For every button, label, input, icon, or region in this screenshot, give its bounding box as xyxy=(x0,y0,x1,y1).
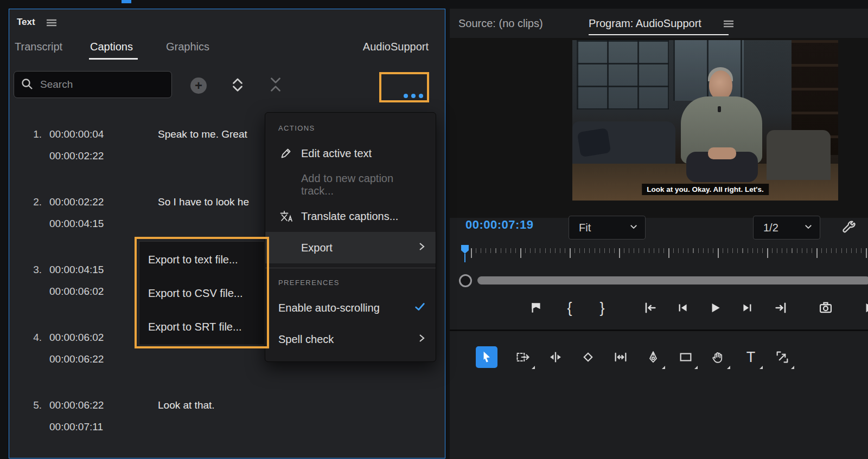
collapse-all-icon[interactable] xyxy=(266,75,285,94)
add-marker-icon[interactable] xyxy=(526,298,546,318)
horizontal-scrollbar[interactable] xyxy=(477,276,868,285)
menu-item-export[interactable]: Export xyxy=(265,232,436,263)
menu-item-label: Spell check xyxy=(278,333,334,346)
menu-item-label: Add to new caption track... xyxy=(301,172,426,197)
settings-wrench-icon[interactable] xyxy=(837,216,861,240)
window-panes xyxy=(577,40,669,109)
zoom-level-dropdown[interactable]: Fit xyxy=(569,216,646,240)
ripple-edit-tool[interactable] xyxy=(545,346,566,368)
caption-start-timecode: 00:00:02:22 xyxy=(49,196,104,208)
menu-item-label: Enable auto-scrolling xyxy=(278,302,380,314)
playback-resolution-dropdown[interactable]: 1/2 xyxy=(753,216,820,240)
lavalier-mic xyxy=(718,106,721,112)
caption-end-timecode: 00:00:06:02 xyxy=(49,286,104,298)
app-window: Text Transcript Captions Graphics AudioS… xyxy=(0,0,868,459)
time-ruler[interactable] xyxy=(471,248,868,262)
tab-source-monitor[interactable]: Source: (no clips) xyxy=(458,17,543,30)
chevron-right-icon xyxy=(417,241,426,255)
export-submenu: Export to text file... Export to CSV fil… xyxy=(139,241,265,345)
caption-text: Speak to me. Great xyxy=(158,128,247,140)
chevron-down-icon xyxy=(803,222,813,234)
reframe-tool[interactable] xyxy=(771,346,793,368)
export-frame-icon[interactable] xyxy=(816,298,835,318)
play-icon[interactable] xyxy=(705,298,725,318)
tab-transcript[interactable]: Transcript xyxy=(15,41,62,53)
caption-start-timecode: 00:00:06:22 xyxy=(49,399,104,411)
selection-tool[interactable] xyxy=(476,346,497,368)
active-tab-underline xyxy=(89,58,138,60)
panel-title: Text xyxy=(17,17,35,28)
menu-item-label: Export xyxy=(301,242,333,254)
translate-icon xyxy=(278,210,293,223)
caption-options-menu: ACTIONS Edit active text Add to new capt… xyxy=(265,112,436,362)
playhead-marker[interactable] xyxy=(461,245,469,254)
menu-item-edit-active-text[interactable]: Edit active text xyxy=(265,138,436,169)
expand-all-icon[interactable] xyxy=(228,75,247,94)
dot xyxy=(419,94,423,98)
go-to-in-icon[interactable] xyxy=(640,298,660,318)
caption-number: 2. xyxy=(24,196,42,208)
mark-out-icon[interactable]: } xyxy=(592,298,612,318)
slip-tool[interactable] xyxy=(610,346,631,368)
zoom-scroll-handle[interactable] xyxy=(459,274,472,287)
menu-item-spell-check[interactable]: Spell check xyxy=(265,324,436,355)
zoom-level-value: Fit xyxy=(579,222,591,234)
rectangle-tool[interactable] xyxy=(675,346,697,368)
monitor-menu-icon[interactable] xyxy=(722,18,735,30)
submenu-item-export-csv-file[interactable]: Export to CSV file... xyxy=(139,276,264,310)
type-tool[interactable]: T xyxy=(740,346,762,368)
dot xyxy=(404,94,408,98)
caption-start-timecode: 00:00:04:15 xyxy=(49,264,104,276)
step-back-icon[interactable] xyxy=(673,298,692,318)
program-monitor-panel: Source: (no clips) Program: AudioSupport xyxy=(450,9,868,459)
playback-resolution-value: 1/2 xyxy=(763,222,778,234)
person-hands xyxy=(708,147,736,159)
caption-text: Look at that. xyxy=(158,399,215,411)
pencil-icon xyxy=(278,147,293,160)
panel-drag-indicator xyxy=(122,0,131,3)
track-select-forward-tool[interactable] xyxy=(512,346,534,368)
caption-end-timecode: 00:00:04:15 xyxy=(49,218,104,230)
tab-program-monitor[interactable]: Program: AudioSupport xyxy=(589,17,701,30)
chevron-down-icon xyxy=(629,222,639,234)
window-panes xyxy=(673,40,744,101)
sequence-name: AudioSupport xyxy=(363,41,429,53)
submenu-item-export-srt-file[interactable]: Export to SRT file... xyxy=(139,310,264,344)
pen-tool[interactable] xyxy=(642,346,664,368)
hand-tool[interactable] xyxy=(707,346,729,368)
type-tool-glyph: T xyxy=(746,350,756,365)
search-field-wrap xyxy=(14,71,172,98)
caption-end-timecode: 00:00:07:11 xyxy=(49,421,103,433)
caption-start-timecode: 00:00:00:04 xyxy=(49,128,104,140)
menu-divider xyxy=(265,268,436,268)
menu-item-label: Edit active text xyxy=(301,147,372,160)
tab-graphics[interactable]: Graphics xyxy=(166,41,209,53)
caption-end-timecode: 00:00:02:22 xyxy=(49,150,104,162)
caption-text: So I have to look he xyxy=(158,196,249,208)
menu-item-translate-captions[interactable]: Translate captions... xyxy=(265,201,436,232)
more-options-icon[interactable] xyxy=(393,84,434,108)
tab-captions[interactable]: Captions xyxy=(90,41,133,53)
search-input[interactable] xyxy=(14,71,172,98)
mark-in-icon[interactable]: { xyxy=(560,298,579,318)
chevron-right-icon xyxy=(417,333,426,346)
add-caption-icon[interactable]: + xyxy=(190,77,207,94)
panel-divider xyxy=(450,329,868,331)
playhead-timecode[interactable]: 00:00:07:19 xyxy=(465,218,533,232)
pillow xyxy=(577,128,611,157)
caption-row[interactable]: 5. 00:00:06:22 00:00:07:11 Look at that. xyxy=(9,395,445,458)
submenu-item-export-text-file[interactable]: Export to text file... xyxy=(139,243,264,276)
partial-transport-icon[interactable] xyxy=(859,298,868,318)
search-icon xyxy=(21,77,34,93)
step-forward-icon[interactable] xyxy=(738,298,757,318)
caption-start-timecode: 00:00:06:02 xyxy=(49,332,104,344)
armchair xyxy=(767,130,831,180)
person-head xyxy=(709,70,732,100)
program-video-preview: Look at you. Okay. All right. Let's. xyxy=(572,40,838,201)
rolling-edit-tool[interactable] xyxy=(577,346,599,368)
go-to-out-icon[interactable] xyxy=(771,298,791,318)
dot xyxy=(411,94,416,98)
menu-item-label: Translate captions... xyxy=(301,210,398,223)
menu-item-enable-auto-scrolling[interactable]: Enable auto-scrolling xyxy=(265,292,436,324)
panel-menu-icon[interactable] xyxy=(45,17,58,29)
